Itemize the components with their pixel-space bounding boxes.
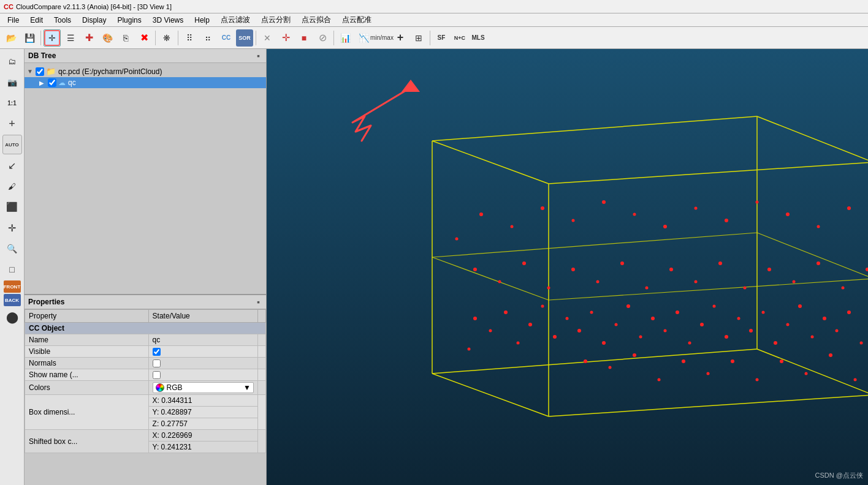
- grid-button[interactable]: ⊞: [410, 29, 427, 47]
- translate-side-icon[interactable]: ✛: [2, 218, 22, 238]
- menu-display[interactable]: Display: [77, 15, 111, 26]
- select-icon[interactable]: □: [2, 260, 22, 279]
- zoom-side-icon[interactable]: 🔍: [2, 239, 22, 258]
- svg-point-29: [626, 304, 630, 308]
- cross-button[interactable]: ✕: [259, 29, 276, 47]
- properties-scroll[interactable]: Property State/Value CC Object Name: [25, 309, 266, 485]
- tree-content[interactable]: ▼ 📁 qc.pcd (E:/pycharm/PointCloud) ▶ ☁ q…: [25, 63, 266, 294]
- db-tree-minimize[interactable]: ▪: [254, 51, 262, 61]
- prop-box-label: Box dimensi...: [25, 395, 149, 430]
- properties-panel: Properties ▪ Property State/Value: [25, 295, 266, 485]
- menu-fit[interactable]: 点云拟合: [297, 13, 336, 26]
- svg-point-43: [798, 304, 802, 308]
- svg-point-81: [584, 359, 587, 363]
- svg-point-25: [577, 329, 581, 333]
- toolbar: 📂 💾 ✛ ☰ ✚ 🎨 ⎘ ✖ ❋ ⠿ ⠶ CC SOR ✕ ✛ ■ ⊘ 📊 📉…: [0, 27, 868, 49]
- properties-table: Property State/Value CC Object Name: [25, 309, 266, 453]
- translate-button[interactable]: ✛: [44, 29, 61, 47]
- clone-button[interactable]: ⎘: [117, 29, 134, 47]
- minmax-button[interactable]: min/max: [373, 29, 390, 47]
- cc-cc-button[interactable]: CC: [218, 29, 235, 47]
- tree-label-qcpcd: qc.pcd (E:/pycharm/PointCloud): [58, 67, 162, 76]
- svg-point-33: [676, 310, 679, 314]
- svg-point-88: [756, 378, 759, 382]
- section-cc-object: CC Object: [25, 323, 266, 334]
- normals-checkbox[interactable]: [153, 359, 161, 367]
- plus-button[interactable]: +: [392, 29, 409, 47]
- toolbar-separator-3: [178, 31, 178, 45]
- sor-button[interactable]: SOR: [236, 29, 253, 47]
- prop-visible-value[interactable]: [148, 346, 257, 358]
- scatter-button[interactable]: ⠿: [181, 29, 198, 47]
- cancel-button[interactable]: ⊘: [314, 29, 331, 47]
- list-button[interactable]: ☰: [62, 29, 79, 47]
- paint-icon[interactable]: 🖌: [2, 176, 22, 196]
- cube-red-button[interactable]: ■: [295, 29, 313, 47]
- colors-dropdown[interactable]: RGB ▼: [153, 382, 254, 393]
- svg-point-20: [517, 342, 520, 345]
- arrow-cross-button[interactable]: ✛: [277, 29, 294, 47]
- tree-item-qc[interactable]: ▶ ☁ qc: [25, 77, 266, 88]
- prop-visible-scroll: [258, 346, 266, 358]
- menu-edit[interactable]: Edit: [25, 15, 48, 26]
- svg-point-35: [700, 323, 704, 326]
- svg-point-36: [713, 305, 716, 308]
- colors-label: RGB: [167, 383, 183, 392]
- properties-minimize[interactable]: ▪: [254, 297, 262, 307]
- edit-colors-button[interactable]: 🎨: [99, 29, 116, 47]
- delete-button[interactable]: ✖: [135, 29, 153, 47]
- zoom-fit-icon[interactable]: +: [2, 114, 22, 133]
- rgb-dot-icon[interactable]: ⬤: [2, 307, 22, 327]
- prop-colors-value[interactable]: RGB ▼: [148, 381, 257, 395]
- prop-shifted-label: Shifted box c...: [25, 430, 149, 453]
- menu-register[interactable]: 点云配准: [337, 13, 376, 26]
- menu-help[interactable]: Help: [189, 15, 215, 26]
- menu-file[interactable]: File: [2, 15, 24, 26]
- menu-3dviews[interactable]: 3D Views: [148, 15, 188, 26]
- menu-filter[interactable]: 点云滤波: [216, 13, 255, 26]
- flower-button[interactable]: ❋: [158, 29, 175, 47]
- bar-chart2-button[interactable]: 📉: [355, 29, 372, 47]
- layers-icon[interactable]: 🗂: [2, 51, 22, 71]
- add-scalar-button[interactable]: ✚: [80, 29, 97, 47]
- prop-colors-scroll: [258, 381, 266, 395]
- prop-shifted-scroll: [258, 430, 266, 453]
- nc-button[interactable]: N+C: [451, 29, 468, 47]
- svg-point-48: [860, 342, 863, 345]
- tree-checkbox-qcpcd[interactable]: [36, 67, 44, 76]
- dots-grid-button[interactable]: ⠶: [199, 29, 216, 47]
- svg-point-22: [541, 305, 544, 308]
- menu-tools[interactable]: Tools: [49, 15, 76, 26]
- properties-header: Properties ▪: [25, 295, 266, 309]
- prop-showname-value[interactable]: [148, 369, 257, 381]
- auto-icon[interactable]: AUTO: [2, 135, 22, 154]
- tree-item-qcpcd[interactable]: ▼ 📁 qc.pcd (E:/pycharm/PointCloud): [25, 66, 266, 77]
- prop-normals-value[interactable]: [148, 358, 257, 369]
- camera-icon[interactable]: 📷: [2, 72, 22, 92]
- svg-point-75: [756, 201, 759, 204]
- open-file-button[interactable]: 📂: [2, 29, 20, 47]
- visible-checkbox[interactable]: [153, 348, 161, 356]
- svg-point-51: [522, 261, 526, 265]
- menu-plugins[interactable]: Plugins: [112, 15, 146, 26]
- bar-chart-button[interactable]: 📊: [337, 29, 354, 47]
- 3d-viewport[interactable]: CSDN @点云侠: [267, 49, 868, 485]
- tree-checkbox-qc[interactable]: [48, 78, 56, 87]
- scale-1-1-icon[interactable]: 1:1: [2, 93, 22, 113]
- svg-point-82: [609, 366, 612, 369]
- mls-button[interactable]: MLS: [470, 29, 487, 47]
- svg-point-38: [737, 317, 740, 320]
- sf-button[interactable]: SF: [433, 29, 450, 47]
- save-button[interactable]: 💾: [21, 29, 38, 47]
- front-icon[interactable]: FRONT: [4, 280, 21, 293]
- tree-arrow-qcpcd[interactable]: ▼: [27, 68, 36, 75]
- back-icon[interactable]: BACK: [4, 294, 21, 306]
- showname-checkbox[interactable]: [153, 371, 161, 379]
- col-property: Property: [25, 310, 149, 323]
- cursor-icon[interactable]: ↙: [2, 156, 22, 175]
- db-tree-header: DB Tree ▪: [25, 49, 266, 63]
- menu-segment[interactable]: 点云分割: [256, 13, 295, 26]
- cube-3d-icon[interactable]: ⬛: [2, 197, 22, 217]
- color-dropdown-arrow[interactable]: ▼: [243, 383, 251, 392]
- prop-showname-scroll: [258, 369, 266, 381]
